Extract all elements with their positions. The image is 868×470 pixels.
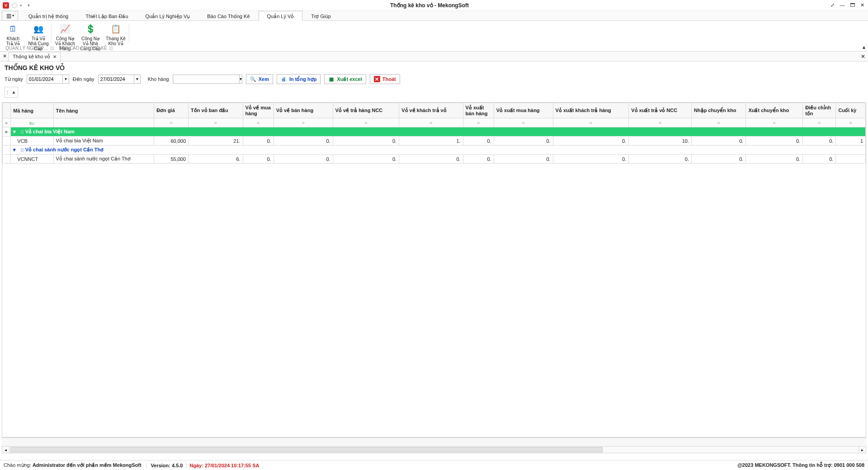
group-cell[interactable]: ▾:: Vỏ chai bia Việt Nam	[11, 127, 866, 136]
filter-cell[interactable]: =	[154, 118, 189, 127]
cell[interactable]: 0.	[803, 136, 836, 146]
grid-header[interactable]: Vỏ về mua hàng	[243, 103, 274, 118]
doc-tab-close-icon[interactable]: ✕	[53, 54, 57, 59]
horizontal-scrollbar[interactable]: ◂ ▸	[2, 446, 866, 453]
cell[interactable]: 0.	[333, 155, 399, 164]
filter-cell[interactable]: =	[494, 118, 553, 127]
filter-cell[interactable]: =	[746, 118, 803, 127]
cell[interactable]: 0.	[333, 136, 399, 146]
grid-header[interactable]: Vỏ xuất trả vỏ NCC	[629, 103, 692, 118]
grid-header[interactable]: Cuối kỳ	[836, 103, 866, 118]
from-date-field[interactable]	[27, 75, 62, 83]
cell[interactable]: 0.	[746, 136, 803, 146]
cell-code[interactable]: VCB	[11, 136, 53, 146]
warehouse-combo[interactable]: ▾	[173, 75, 242, 84]
cell[interactable]: 1.	[399, 136, 463, 146]
table-row[interactable]: VCB Vỏ chai bia Việt Nam 60,000 21. 0. 0…	[3, 136, 866, 146]
grid-group-row[interactable]: ▸ ▾:: Vỏ chai bia Việt Nam	[3, 127, 866, 136]
grid-header[interactable]: Nhập chuyển kho	[691, 103, 745, 118]
cell[interactable]: 10.	[629, 136, 692, 146]
ribbon-collapse-icon[interactable]: ▴	[863, 44, 865, 50]
cell-price[interactable]: 60,000	[154, 136, 189, 146]
to-date-field[interactable]	[99, 75, 134, 83]
window-compact-icon[interactable]: ⤢	[829, 2, 835, 9]
data-grid[interactable]: Mã hàng Tên hàng Đơn giá Tồn vỏ ban đầu …	[2, 102, 866, 437]
cell-end[interactable]: 1	[836, 136, 866, 146]
pager-collapse-button[interactable]: : ▲	[5, 87, 18, 98]
filter-cell[interactable]: =	[629, 118, 692, 127]
grid-header[interactable]: Đơn giá	[154, 103, 189, 118]
group-expander-icon[interactable]: ▾	[13, 129, 18, 135]
grid-header[interactable]: Tồn vỏ ban đầu	[189, 103, 243, 118]
cell[interactable]: 0.	[803, 155, 836, 164]
grid-header[interactable]: Xuất chuyển kho	[746, 103, 803, 118]
grid-header[interactable]: Vỏ xuất khách trả hàng	[553, 103, 629, 118]
grid-header[interactable]: Vỏ xuất bán hàng	[463, 103, 494, 118]
scroll-right-icon[interactable]: ▸	[859, 446, 866, 453]
filter-cell[interactable]: =	[553, 118, 629, 127]
cell-end[interactable]	[836, 155, 866, 164]
cell-name[interactable]: Vỏ chai sành nước ngọt Cần Thơ	[53, 155, 154, 164]
cell[interactable]: 0.	[494, 155, 553, 164]
cell[interactable]: 0.	[274, 155, 333, 164]
filter-cell[interactable]: =	[691, 118, 745, 127]
group-cell[interactable]: ▾:: Vỏ chai sành nước ngọt Cần Thơ	[11, 146, 866, 155]
grid-header[interactable]: Vỏ xuất mua hàng	[494, 103, 553, 118]
filter-cell[interactable]: =	[243, 118, 274, 127]
cell[interactable]: 0.	[629, 155, 692, 164]
doc-tab-close-leading-icon[interactable]: ✕	[3, 53, 7, 59]
grid-header[interactable]: Vỏ về bán hàng	[274, 103, 333, 118]
warehouse-field[interactable]	[173, 75, 239, 83]
grid-header[interactable]: Vỏ về khách trả vỏ	[399, 103, 463, 118]
filter-cell[interactable]: =	[333, 118, 399, 127]
from-date-input[interactable]: ▾	[27, 75, 69, 84]
cell[interactable]: 0.	[274, 136, 333, 146]
cell[interactable]: 0.	[553, 136, 629, 146]
cell[interactable]: 0.	[243, 136, 274, 146]
filter-cell[interactable]: =	[274, 118, 333, 127]
cell[interactable]: 0.	[553, 155, 629, 164]
grid-group-row[interactable]: ▾:: Vỏ chai sành nước ngọt Cần Thơ	[3, 146, 866, 155]
doc-tabs-close-all-icon[interactable]: ✕	[861, 53, 865, 60]
tab-reports[interactable]: Báo Cáo Thống Kê	[198, 11, 258, 21]
tab-bottle-mgmt[interactable]: Quản Lý Vỏ	[259, 11, 303, 21]
cell[interactable]: 0.	[494, 136, 553, 146]
grid-filter-row[interactable]: ▸ x⌕ = = = = = = = = = = = = = =	[3, 118, 866, 127]
cell[interactable]: 0.	[691, 136, 745, 146]
cell-start[interactable]: 6.	[189, 155, 243, 164]
grid-header[interactable]: Vỏ về trả hàng NCC	[333, 103, 399, 118]
cell[interactable]: 0.	[691, 155, 745, 164]
grid-header[interactable]: Điều chỉnh tồn	[803, 103, 836, 118]
tab-admin[interactable]: Quản trị hệ thống	[20, 11, 77, 21]
scroll-thumb[interactable]	[10, 447, 603, 452]
cell[interactable]: 0.	[243, 155, 274, 164]
table-row[interactable]: VCNNCT Vỏ chai sành nước ngọt Cần Thơ 55…	[3, 155, 866, 164]
grid-header-selector[interactable]	[3, 103, 11, 118]
cell-price[interactable]: 55,000	[154, 155, 189, 164]
tab-help[interactable]: Trợ Giúp	[302, 11, 339, 21]
filter-cell[interactable]: =	[189, 118, 243, 127]
group-expander-icon[interactable]: ▾	[13, 147, 18, 153]
cell[interactable]: 0.	[463, 155, 494, 164]
cell[interactable]: 0.	[463, 136, 494, 146]
quickaccess-circle-icon[interactable]	[12, 3, 17, 8]
menu-file-button[interactable]: ▥ ▾	[2, 11, 18, 21]
cell-code[interactable]: VCNNCT	[11, 155, 53, 164]
scroll-left-icon[interactable]: ◂	[2, 446, 9, 453]
to-date-dropdown-icon[interactable]: ▾	[134, 75, 140, 83]
window-close-icon[interactable]: ✕	[859, 2, 865, 9]
from-date-dropdown-icon[interactable]: ▾	[62, 75, 69, 83]
quickaccess-dropdown-icon[interactable]: ▾	[20, 3, 22, 8]
cell[interactable]: 0.	[746, 155, 803, 164]
cell-name[interactable]: Vỏ chai bia Việt Nam	[53, 136, 154, 146]
filter-cell[interactable]: x⌕	[11, 118, 53, 127]
ribbon-group-launcher-icon[interactable]: ⊡	[50, 46, 54, 51]
to-date-input[interactable]: ▾	[98, 75, 141, 84]
grid-header[interactable]: Tên hàng	[53, 103, 154, 118]
grid-header[interactable]: Mã hàng	[11, 103, 53, 118]
export-excel-button[interactable]: ▦ Xuất excel	[324, 74, 366, 84]
print-button[interactable]: 🖨 In tổng hợp	[277, 74, 321, 84]
tab-setup[interactable]: Thiết Lập Ban Đầu	[77, 11, 137, 21]
window-maximize-icon[interactable]: 🗖	[849, 2, 855, 9]
filter-cell[interactable]: =	[836, 118, 866, 127]
